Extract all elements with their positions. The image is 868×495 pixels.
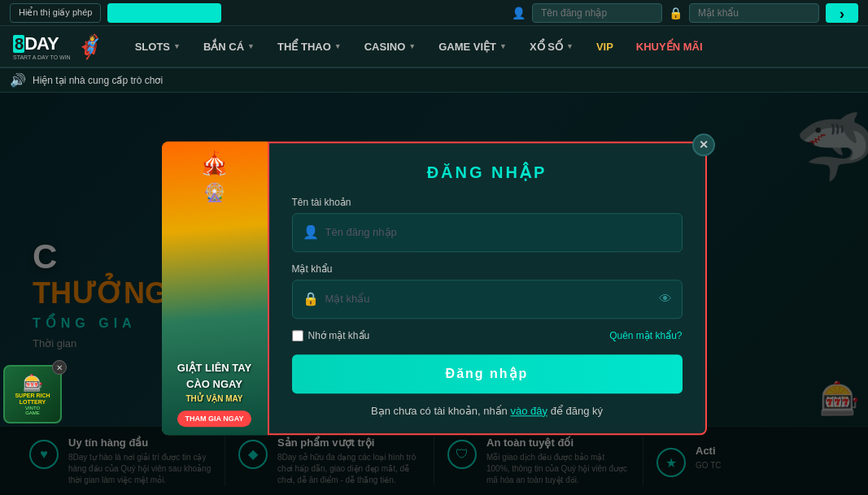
nav-vip[interactable]: VIP xyxy=(585,25,625,67)
promo-top-deco: 🎪 xyxy=(162,150,268,176)
float-promo-close-button[interactable]: ✕ xyxy=(52,360,67,375)
modal-title: ĐĂNG NHẬP xyxy=(292,163,683,182)
logo-text: 8DAY xyxy=(13,33,71,54)
password-label: Mật khẩu xyxy=(292,263,683,275)
top-login-button[interactable]: › xyxy=(826,3,858,23)
nav-xo-so-arrow: ▼ xyxy=(566,42,574,50)
promo-sub: THỬ VẬN MAY xyxy=(177,394,252,403)
nav-game-viet[interactable]: GAME VIỆT ▼ xyxy=(427,25,518,67)
license-button[interactable]: Hiển thị giấy phép xyxy=(10,3,101,23)
password-input-top[interactable] xyxy=(689,3,819,23)
promo-panel: 🎪 🎡 GIẬT LIÊN TAY CÀO NGAY THỬ VẬN MAY T… xyxy=(162,141,268,435)
sound-bar: 🔊 Hiện tại nhà cung cấp trò chơi xyxy=(0,68,868,93)
register-link[interactable]: vào đây xyxy=(510,405,547,417)
nav-slots[interactable]: SLOTS ▼ xyxy=(124,25,192,67)
password-input[interactable] xyxy=(325,280,659,318)
register-text: Bạn chưa có tài khoản, nhấn vào đây để đ… xyxy=(292,405,683,417)
username-input-wrap: 👤 xyxy=(292,213,683,252)
nav-the-thao-label: THỂ THAO xyxy=(277,41,331,53)
username-group: Tên tài khoản 👤 xyxy=(292,197,683,252)
nav-casino-arrow: ▼ xyxy=(408,42,416,50)
no-account-text: Bạn chưa có tài khoản, nhấn xyxy=(371,405,508,417)
float-promo[interactable]: ✕ 🎰 SUPER RICHLOTTERY VINTOGAME xyxy=(3,365,62,423)
float-promo-sublabel: VINTOGAME xyxy=(25,406,40,415)
remember-label[interactable]: Nhớ mật khẩu xyxy=(292,330,370,341)
nav-xo-so[interactable]: XỔ SỐ ▼ xyxy=(518,25,585,67)
nav-game-viet-arrow: ▼ xyxy=(499,42,507,50)
register-suffix: để đăng ký xyxy=(551,405,603,417)
float-promo-image: 🎰 SUPER RICHLOTTERY VINTOGAME xyxy=(3,365,62,423)
nav-ban-ca[interactable]: BẮN CÁ ▼ xyxy=(192,25,266,67)
marquee-text: Hiện tại nhà cung cấp trò chơi xyxy=(33,75,858,86)
nav-game-viet-label: GAME VIỆT xyxy=(438,41,496,53)
username-input[interactable] xyxy=(325,214,672,251)
top-bar-right: 👤 🔒 › xyxy=(512,3,858,23)
login-button[interactable]: Đăng nhập xyxy=(292,354,683,393)
username-label: Tên tài khoản xyxy=(292,197,683,208)
login-modal: 🎪 🎡 GIẬT LIÊN TAY CÀO NGAY THỬ VẬN MAY T… xyxy=(162,141,707,435)
logo-area: 8DAY START A DAY TO WIN 🦸 xyxy=(13,33,104,60)
nav-casino-label: CASINO xyxy=(364,41,406,53)
float-promo-emoji: 🎰 xyxy=(23,373,43,393)
top-bar-left: Hiển thị giấy phép xyxy=(10,3,221,23)
nav-slots-arrow: ▼ xyxy=(173,42,181,50)
remember-checkbox[interactable] xyxy=(292,330,303,341)
nav-the-thao-arrow: ▼ xyxy=(334,42,342,50)
nav-xo-so-label: XỔ SỐ xyxy=(530,41,563,53)
promo-text: GIẬT LIÊN TAY CÀO NGAY THỬ VẬN MAY THAM … xyxy=(177,363,252,427)
nav-bar: 8DAY START A DAY TO WIN 🦸 SLOTS ▼ BẮN CÁ… xyxy=(0,26,868,68)
promo-title-1: GIẬT LIÊN TAY xyxy=(177,363,252,376)
close-button[interactable]: ✕ xyxy=(692,133,715,156)
float-promo-label: SUPER RICHLOTTERY xyxy=(15,393,50,406)
username-input-top[interactable] xyxy=(532,3,662,23)
eye-icon[interactable]: 👁 xyxy=(659,292,672,306)
password-input-wrap: 🔒 👁 xyxy=(292,280,683,319)
remember-text: Nhớ mật khẩu xyxy=(308,330,370,341)
nav-casino[interactable]: CASINO ▼ xyxy=(353,25,427,67)
promo-title-2: CÀO NGAY xyxy=(177,378,252,391)
main-area: C THƯỞNG TỔNG GIA Thời gian 🦈 🎰 ♥ Uy tín… xyxy=(0,93,868,495)
sound-icon: 🔊 xyxy=(10,72,26,88)
nav-ban-ca-label: BẮN CÁ xyxy=(203,41,244,53)
nav-khuyen-mai[interactable]: KHUYẾN MÃI xyxy=(625,25,714,67)
user-icon: 👤 xyxy=(512,7,526,20)
lock-input-icon: 🔒 xyxy=(303,291,319,306)
login-form-panel: ✕ ĐĂNG NHẬP Tên tài khoản 👤 Mật khẩu 🔒 👁 xyxy=(268,141,707,435)
logo-mascot: 🦸 xyxy=(76,33,104,60)
promo-mid-deco: 🎡 xyxy=(162,182,268,203)
forgot-password-link[interactable]: Quên mật khẩu? xyxy=(609,330,682,341)
form-options: Nhớ mật khẩu Quên mật khẩu? xyxy=(292,330,683,341)
nav-ban-ca-arrow: ▼ xyxy=(247,42,255,50)
nav-slots-label: SLOTS xyxy=(135,41,170,53)
lock-icon: 🔒 xyxy=(669,7,683,20)
nav-the-thao[interactable]: THỂ THAO ▼ xyxy=(266,25,353,67)
user-input-icon: 👤 xyxy=(303,224,319,240)
logo-tagline: START A DAY TO WIN xyxy=(13,54,71,60)
cyan-bar xyxy=(107,3,221,23)
nav-vip-label: VIP xyxy=(596,41,613,53)
password-group: Mật khẩu 🔒 👁 xyxy=(292,263,683,319)
nav-khuyen-mai-label: KHUYẾN MÃI xyxy=(636,41,703,53)
top-bar: Hiển thị giấy phép 👤 🔒 › xyxy=(0,0,868,26)
promo-join-button[interactable]: THAM GIA NGAY xyxy=(177,410,252,427)
